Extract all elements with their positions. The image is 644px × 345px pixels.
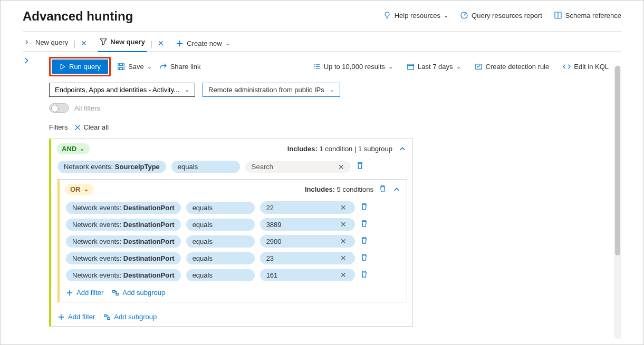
condition-row: Network events: DestinationPortequals161… bbox=[60, 267, 407, 283]
chevron-down-icon: ⌄ bbox=[80, 145, 84, 152]
clear-value-icon[interactable]: ✕ bbox=[338, 203, 349, 212]
subgroup-icon bbox=[112, 289, 119, 297]
add-filter-outer-button[interactable]: Add filter bbox=[57, 313, 95, 321]
chevron-down-icon: ⌄ bbox=[185, 86, 189, 93]
svg-rect-6 bbox=[113, 290, 115, 292]
code-icon bbox=[563, 63, 571, 71]
scrollbar-thumb[interactable] bbox=[615, 66, 620, 255]
all-filters-toggle[interactable] bbox=[49, 103, 69, 113]
plus-icon bbox=[57, 313, 65, 321]
add-subgroup-inner-button[interactable]: Add subgroup bbox=[112, 289, 165, 297]
condition-row-sourceiptype: Network events: SourceIpType equals Sear… bbox=[51, 159, 412, 175]
all-filters-label: All filters bbox=[74, 104, 100, 112]
svg-point-0 bbox=[385, 12, 389, 16]
add-filter-inner-button[interactable]: Add filter bbox=[66, 289, 103, 297]
vertical-scrollbar[interactable] bbox=[614, 65, 621, 339]
lightbulb-icon bbox=[383, 11, 391, 19]
value-pill[interactable]: 161✕ bbox=[260, 269, 355, 281]
close-tab-2[interactable]: ✕ bbox=[156, 39, 166, 47]
chevron-down-icon: ⌄ bbox=[444, 12, 448, 19]
operator-pill[interactable]: equals bbox=[171, 161, 240, 173]
play-icon bbox=[59, 63, 66, 70]
collapse-or-group-icon[interactable] bbox=[392, 185, 401, 194]
operator-pill[interactable]: equals bbox=[186, 252, 255, 264]
plus-icon bbox=[176, 40, 184, 47]
field-pill[interactable]: Network events: DestinationPort bbox=[66, 235, 181, 248]
query-resources-report-link[interactable]: Query resources report bbox=[460, 11, 542, 19]
scope-dropdown[interactable]: Endpoints, Apps and identities - Activit… bbox=[49, 83, 195, 97]
field-pill[interactable]: Network events: DestinationPort bbox=[66, 252, 181, 264]
save-icon bbox=[117, 63, 125, 71]
condition-row: Network events: DestinationPortequals23✕ bbox=[60, 250, 407, 267]
operator-pill[interactable]: equals bbox=[186, 269, 255, 281]
or-operator-pill[interactable]: OR⌄ bbox=[65, 184, 94, 195]
field-pill[interactable]: Network events: SourceIpType bbox=[57, 161, 166, 173]
field-pill[interactable]: Network events: DestinationPort bbox=[66, 202, 181, 214]
detection-icon bbox=[475, 63, 483, 71]
toolbar: Run query Save ⌄ Share link Up to 10,000… bbox=[49, 52, 610, 83]
schema-reference-link[interactable]: Schema reference bbox=[554, 11, 621, 19]
field-pill[interactable]: Network events: DestinationPort bbox=[66, 269, 181, 281]
results-limit-dropdown[interactable]: Up to 10,000 results ⌄ bbox=[312, 61, 394, 73]
run-query-button[interactable]: Run query bbox=[52, 60, 108, 74]
svg-rect-8 bbox=[104, 314, 107, 317]
svg-rect-4 bbox=[408, 64, 414, 70]
or-includes-text: Includes: 5 conditions bbox=[305, 185, 373, 193]
clear-value-icon[interactable]: ✕ bbox=[338, 220, 349, 229]
expand-sidebar-icon[interactable] bbox=[23, 57, 30, 64]
help-resources-link[interactable]: Help resources ⌄ bbox=[383, 11, 448, 19]
save-button[interactable]: Save ⌄ bbox=[116, 61, 153, 73]
collapse-and-group-icon[interactable] bbox=[398, 144, 407, 154]
clear-value-icon[interactable]: ✕ bbox=[338, 254, 349, 262]
add-subgroup-outer-button[interactable]: Add subgroup bbox=[103, 313, 157, 321]
template-dropdown[interactable]: Remote administration from public IPs ⌄ bbox=[203, 83, 340, 97]
delete-condition-icon[interactable] bbox=[356, 162, 364, 172]
field-pill[interactable]: Network events: DestinationPort bbox=[66, 219, 181, 231]
share-icon bbox=[159, 63, 167, 71]
create-detection-rule-button[interactable]: Create detection rule bbox=[474, 61, 551, 73]
tab-new-query-1[interactable]: New query bbox=[23, 35, 70, 52]
value-pill[interactable]: 2900✕ bbox=[260, 235, 355, 248]
svg-rect-3 bbox=[118, 64, 124, 70]
clear-all-button[interactable]: Clear all bbox=[74, 123, 109, 131]
tab-bar: New query | ✕ New query | ✕ Create new ⌄ bbox=[1, 32, 643, 52]
close-tab-1[interactable]: ✕ bbox=[79, 39, 89, 47]
delete-subgroup-icon[interactable] bbox=[379, 185, 387, 194]
operator-pill[interactable]: equals bbox=[186, 219, 255, 231]
tab-new-query-2[interactable]: New query bbox=[98, 35, 147, 52]
condition-row: Network events: DestinationPortequals388… bbox=[60, 216, 407, 233]
operator-pill[interactable]: equals bbox=[186, 202, 255, 214]
value-pill[interactable]: 22✕ bbox=[260, 201, 355, 214]
chevron-down-icon: ⌄ bbox=[330, 86, 334, 93]
filter-icon bbox=[100, 38, 107, 45]
filters-label: Filters bbox=[49, 123, 68, 131]
clear-value-icon[interactable]: ✕ bbox=[336, 163, 347, 171]
chevron-down-icon: ⌄ bbox=[147, 63, 152, 70]
operator-pill[interactable]: equals bbox=[186, 235, 255, 248]
subgroup-icon bbox=[103, 313, 111, 321]
clear-value-icon[interactable]: ✕ bbox=[338, 271, 349, 279]
close-icon bbox=[74, 124, 81, 131]
value-pill[interactable]: 23✕ bbox=[260, 252, 355, 264]
delete-condition-icon[interactable] bbox=[360, 236, 368, 247]
time-range-dropdown[interactable]: Last 7 days ⌄ bbox=[406, 61, 462, 73]
delete-condition-icon[interactable] bbox=[360, 270, 368, 280]
clear-value-icon[interactable]: ✕ bbox=[338, 237, 349, 245]
run-query-highlight: Run query bbox=[49, 57, 111, 76]
value-search-input[interactable]: Search ✕ bbox=[245, 161, 351, 173]
delete-condition-icon[interactable] bbox=[360, 203, 368, 213]
and-group: AND⌄ Includes: 1 condition | 1 subgroup … bbox=[49, 139, 413, 327]
list-icon bbox=[313, 63, 321, 71]
share-link-button[interactable]: Share link bbox=[158, 61, 202, 73]
delete-condition-icon[interactable] bbox=[360, 220, 368, 230]
header-actions: Help resources ⌄ Query resources report … bbox=[383, 11, 621, 19]
create-new-tab[interactable]: Create new ⌄ bbox=[168, 40, 229, 47]
gauge-icon bbox=[460, 11, 468, 19]
delete-condition-icon[interactable] bbox=[360, 253, 368, 263]
and-operator-pill[interactable]: AND⌄ bbox=[56, 143, 90, 154]
chevron-down-icon: ⌄ bbox=[388, 63, 393, 70]
chevron-down-icon: ⌄ bbox=[456, 63, 461, 70]
book-icon bbox=[554, 11, 562, 19]
value-pill[interactable]: 3889✕ bbox=[260, 218, 355, 231]
edit-in-kql-button[interactable]: Edit in KQL bbox=[562, 61, 610, 73]
